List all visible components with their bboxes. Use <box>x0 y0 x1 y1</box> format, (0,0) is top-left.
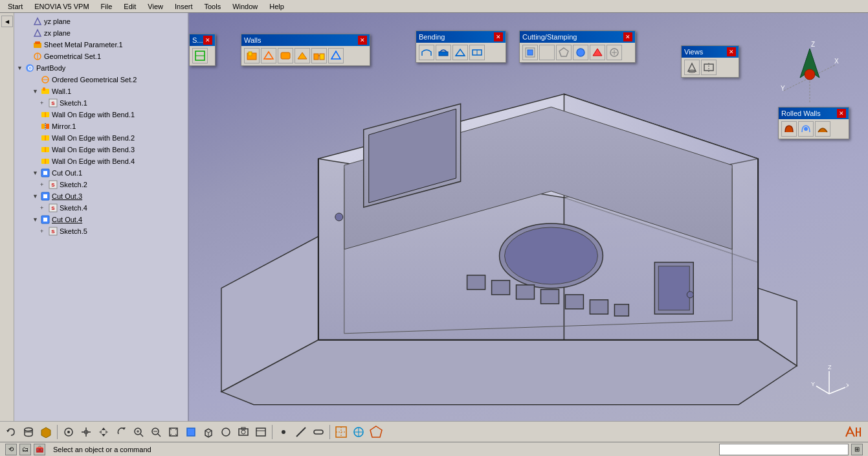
tree-item-sheet-metal[interactable]: Sheet Metal Parameter.1 <box>14 39 188 51</box>
bending-toolbar-close-button[interactable]: ✕ <box>494 32 503 41</box>
walls-icon1[interactable] <box>244 48 260 63</box>
menu-enovia[interactable]: ENOVIA V5 VPM <box>29 1 94 12</box>
small-toolbar-close-button[interactable]: ✕ <box>203 36 212 45</box>
cutting-icon6[interactable] <box>606 45 622 60</box>
tree-item-wall-edge4[interactable]: Wall On Edge with Bend.4 <box>14 155 188 167</box>
views-toolbar-close-button[interactable]: ✕ <box>727 47 736 56</box>
bending-icon1[interactable] <box>419 45 434 60</box>
walls-icon4[interactable] <box>295 48 310 63</box>
tree-item-sketch2[interactable]: + S Sketch.2 <box>14 179 188 190</box>
menu-view[interactable]: View <box>142 1 168 12</box>
tree-item-yz-plane[interactable]: yz plane <box>14 16 188 27</box>
bt-icon-move[interactable] <box>95 424 112 440</box>
tree-item-mirror1[interactable]: Mirror.1 <box>14 120 188 132</box>
walls-icon5[interactable] <box>311 48 327 63</box>
views-icon1[interactable] <box>684 60 700 75</box>
walls-icon3[interactable] <box>278 48 293 63</box>
views-icon2[interactable] <box>701 60 717 75</box>
svg-rect-74 <box>314 54 318 60</box>
small-toolbar-icon1[interactable] <box>192 48 208 63</box>
bending-toolbar-title[interactable]: Bending ✕ <box>416 31 506 43</box>
cutting-icon2[interactable] <box>539 45 555 60</box>
bt-icon-3d-box[interactable] <box>200 424 217 440</box>
bt-icon-zoom-in[interactable] <box>130 424 147 440</box>
tree-item-geo-set1[interactable]: Geometrical Set.1 <box>14 51 188 62</box>
cutting-icon1[interactable] <box>522 45 538 60</box>
menu-edit[interactable]: Edit <box>118 1 141 12</box>
tree-item-ordered-geo2[interactable]: Ordered Geometrical Set.2 <box>14 74 188 86</box>
left-arrow-icon[interactable]: ◀ <box>1 16 13 27</box>
cutting-icon4[interactable] <box>573 45 588 60</box>
views-toolbar-title[interactable]: Views ✕ <box>682 46 739 58</box>
bt-icon-package[interactable] <box>38 424 54 440</box>
tree-item-cutout3[interactable]: ▼ Cut Out.3 <box>14 190 188 202</box>
svg-rect-30 <box>43 194 47 198</box>
bt-icon-screenshot2[interactable] <box>252 424 269 440</box>
menu-window[interactable]: Window <box>227 1 263 12</box>
cutting-toolbar-title[interactable]: Cutting/Stamping ✕ <box>520 31 635 43</box>
bt-icon-shading[interactable] <box>217 424 234 440</box>
tree-item-zx-plane[interactable]: zx plane <box>14 27 188 39</box>
bt-icon-center[interactable] <box>78 424 95 440</box>
tree-item-wall1[interactable]: ▼ Wall.1 <box>14 86 188 97</box>
statusbar: ⟲ 🗂 🧰 Select an object or a command ⊞ <box>0 442 868 456</box>
tree-item-sketch1[interactable]: + S Sketch.1 <box>14 97 188 109</box>
rolled-walls-icon3[interactable] <box>815 121 830 137</box>
cutting-icon5[interactable] <box>590 45 605 60</box>
tree-item-wall-edge2[interactable]: Wall On Edge with Bend.2 <box>14 132 188 144</box>
status-icon-expand[interactable]: ⊞ <box>851 444 863 455</box>
walls-toolbar-label: Walls <box>244 36 261 44</box>
bt-icon-snap-mode1[interactable] <box>333 424 350 440</box>
bending-toolbar: Bending ✕ <box>416 30 506 63</box>
tree-item-wall-edge3[interactable]: Wall On Edge with Bend.3 <box>14 144 188 155</box>
bending-icon3[interactable] <box>452 45 468 60</box>
walls-icon6[interactable] <box>328 48 344 63</box>
menu-start[interactable]: Start <box>3 1 28 12</box>
rolled-walls-icon1[interactable] <box>781 121 797 137</box>
tree-item-cutout1[interactable]: ▼ Cut Out.1 <box>14 167 188 179</box>
geoset-icon <box>32 51 43 62</box>
bt-icon-screenshot[interactable] <box>235 424 252 440</box>
cutting-icon3[interactable] <box>556 45 572 60</box>
svg-marker-119 <box>102 428 106 437</box>
svg-text:Z: Z <box>811 41 815 48</box>
small-toolbar-title[interactable]: S... ✕ <box>190 34 215 46</box>
tree-item-sketch4[interactable]: + S Sketch.4 <box>14 202 188 214</box>
tree-item-sketch5[interactable]: + S Sketch.5 <box>14 225 188 237</box>
bt-icon-snap-mode2[interactable] <box>350 424 367 440</box>
bending-icon2[interactable] <box>436 45 451 60</box>
expander-cutout4: ▼ <box>32 216 40 223</box>
bt-icon-dot[interactable] <box>275 424 292 440</box>
viewport[interactable]: S... ✕ Walls ✕ <box>189 13 868 421</box>
bt-icon-database[interactable] <box>20 424 37 440</box>
bending-icon4[interactable] <box>469 45 485 60</box>
bt-icon-box-select[interactable] <box>183 424 199 440</box>
command-input[interactable] <box>719 444 849 455</box>
menu-insert[interactable]: Insert <box>170 1 198 12</box>
svg-rect-75 <box>320 54 324 60</box>
svg-marker-87 <box>559 48 568 56</box>
bt-icon-undo[interactable] <box>3 424 19 440</box>
rolled-walls-icon2[interactable] <box>798 121 814 137</box>
status-icon-tools[interactable]: 🧰 <box>34 444 45 455</box>
menu-help[interactable]: Help <box>264 1 289 12</box>
tree-item-partbody[interactable]: ▼ ⚙ PartBody <box>14 62 188 74</box>
bt-icon-line[interactable] <box>293 424 309 440</box>
walls-icon2[interactable] <box>261 48 276 63</box>
walls-toolbar-close-button[interactable]: ✕ <box>358 36 367 45</box>
mirror-icon <box>40 121 50 131</box>
cutting-toolbar-close-button[interactable]: ✕ <box>623 32 632 41</box>
tree-item-wall-edge1[interactable]: Wall On Edge with Bend.1 <box>14 109 188 120</box>
bt-icon-snap-mode3[interactable] <box>368 424 384 440</box>
menu-file[interactable]: File <box>96 1 118 12</box>
bt-icon-snap[interactable] <box>60 424 77 440</box>
walls-toolbar-title[interactable]: Walls ✕ <box>241 34 370 46</box>
bt-icon-zoom-out[interactable] <box>148 424 164 440</box>
status-icon-files[interactable]: 🗂 <box>19 444 31 455</box>
bt-icon-rotate[interactable] <box>113 424 129 440</box>
status-icon-undo[interactable]: ⟲ <box>5 444 17 455</box>
menu-tools[interactable]: Tools <box>199 1 226 12</box>
bt-icon-curve[interactable] <box>310 424 327 440</box>
bt-icon-fit[interactable] <box>165 424 182 440</box>
tree-item-cutout4[interactable]: ▼ Cut Out.4 <box>14 214 188 225</box>
